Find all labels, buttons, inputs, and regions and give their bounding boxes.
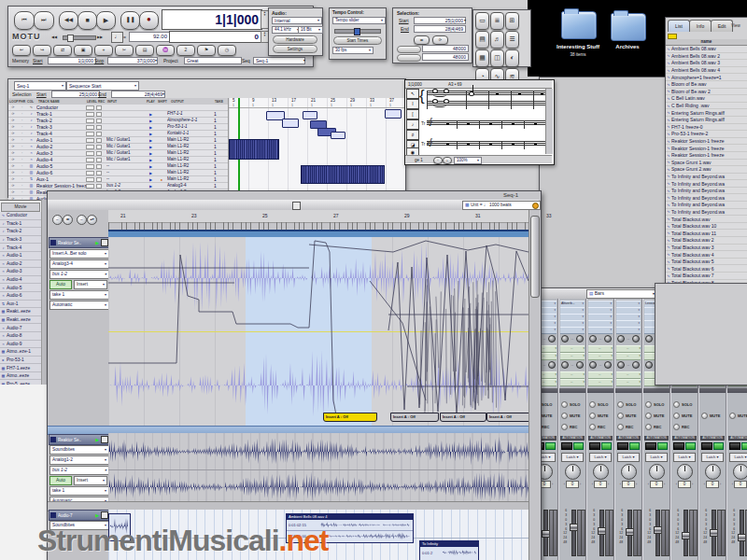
rail-track-item[interactable]: Audio-4 (0, 276, 41, 285)
pan-value[interactable]: 0 (678, 481, 691, 488)
pan-value[interactable]: 0 (622, 481, 635, 488)
play-icon[interactable] (146, 157, 156, 163)
file-row[interactable]: ∿Ambient Bells 08.wav (666, 46, 747, 53)
notation-scrollbar[interactable] (545, 89, 553, 154)
send-knob[interactable] (576, 361, 584, 369)
send-knob[interactable] (589, 361, 597, 369)
folder-icon-interesting-stuff[interactable] (561, 11, 597, 39)
pan-right-icon[interactable]: › (664, 483, 665, 486)
enable-icon[interactable] (18, 124, 26, 130)
send-knob[interactable] (604, 335, 612, 343)
seq-menu-icon[interactable]: ▾ (303, 58, 305, 63)
track-input[interactable]: Mic / Guitar1 (106, 144, 146, 149)
rail-track-item[interactable]: Audio-9 (0, 341, 41, 349)
fader-track[interactable] (655, 510, 660, 556)
track-input[interactable]: -- (106, 163, 146, 169)
play-icon[interactable] (146, 170, 156, 176)
loop-icon[interactable] (8, 124, 18, 130)
insert-mode-button[interactable]: Insert (74, 280, 107, 289)
sequence-palette-button[interactable]: ▤ (475, 31, 489, 49)
insert-chip[interactable]: Insert A : Off (440, 413, 486, 422)
selection-start-label[interactable]: Start (399, 18, 409, 23)
insert-slot[interactable]: ▾ (588, 327, 613, 334)
mute-row[interactable]: MUTE (729, 411, 747, 420)
file-row[interactable]: ∿Total Blackout.wav 3 (666, 245, 747, 252)
meters-palette-button[interactable]: ▦ (475, 49, 489, 67)
send-slot[interactable]: --▾ (588, 371, 613, 379)
editor-scrollbar[interactable] (529, 210, 540, 560)
send-slot[interactable]: --▾ (588, 353, 613, 360)
track-input[interactable]: Mic / Guitar1 (106, 157, 146, 162)
rec-row[interactable]: REC (589, 422, 613, 431)
latch-select[interactable]: Latch ▾ (673, 453, 696, 462)
mute-row[interactable]: MUTE (673, 411, 698, 420)
track-name[interactable]: Track-2 (36, 118, 86, 123)
send-knob[interactable] (645, 335, 653, 343)
solo-row[interactable]: SOLO (589, 399, 613, 409)
selection-menu-icon[interactable]: ▾ (464, 18, 466, 22)
grid-palette-button[interactable]: ⊞ (505, 12, 519, 30)
shuttle-back-icon[interactable]: ◀◀ (51, 35, 57, 39)
insert-mode-button[interactable]: Insert (74, 476, 107, 485)
send-slot[interactable]: --▾ (560, 371, 585, 379)
fader-track[interactable] (543, 510, 548, 556)
punch-button[interactable]: ▣ (74, 45, 92, 56)
take-field[interactable]: take 1 (49, 290, 109, 300)
rail-track-item[interactable]: Conductor (0, 212, 41, 220)
send-knob[interactable] (576, 335, 584, 343)
editor-track1-header[interactable]: Reaktor Se..▶ (49, 237, 110, 248)
track-row[interactable]: Aux-1 -- Main L1-R2 1 (8, 176, 228, 183)
rail-track-item[interactable]: Audio-6 (0, 292, 41, 301)
loop-icon[interactable] (8, 144, 18, 149)
automation-off-button[interactable] (645, 442, 656, 450)
mute-row[interactable]: MUTE (617, 411, 641, 420)
file-row[interactable]: ∿Bloom of Be.wav 2 (666, 89, 747, 96)
file-row[interactable]: ∿Entering Saturn Rings.aiff (666, 117, 747, 124)
pan-knob[interactable] (733, 464, 747, 480)
grid-button[interactable]: ▤ (135, 45, 154, 56)
take-cell[interactable]: 1 (210, 144, 220, 149)
enable-icon[interactable] (18, 157, 26, 162)
sample-start-button[interactable] (397, 46, 421, 53)
col-name[interactable]: TRACK NAME (38, 100, 60, 104)
note-tool[interactable]: ♪ (406, 119, 419, 130)
mute-row[interactable]: MUTE (561, 411, 585, 420)
col-take[interactable]: TAKE (215, 100, 223, 104)
audio-clips[interactable] (301, 165, 385, 184)
send-knob[interactable] (645, 361, 653, 369)
track-output[interactable]: Main L1-R2 (167, 176, 210, 182)
stop-button[interactable]: ■ (78, 11, 97, 30)
rec-cell[interactable] (96, 170, 106, 175)
take-cell[interactable]: 1 (210, 137, 220, 143)
track-row[interactable]: Track-2 Atmosphere-1-1 1 (8, 118, 228, 124)
pan-right-icon[interactable]: › (720, 483, 721, 486)
pan-right-icon[interactable]: › (580, 483, 581, 486)
pan-value[interactable]: 0 (566, 481, 579, 488)
automation-off-button[interactable] (561, 442, 572, 450)
folder-label[interactable]: Archives (598, 44, 657, 49)
mute-led[interactable] (617, 413, 624, 419)
col-play[interactable]: PLAY (147, 100, 155, 104)
pan-value[interactable]: 0 (650, 481, 663, 488)
automation-on-button[interactable] (657, 442, 669, 450)
pan-value[interactable]: 0 (706, 481, 719, 488)
latch-select[interactable]: Latch ▾ (701, 453, 724, 462)
track-name[interactable]: Audio-5 (36, 163, 86, 169)
rec-cell[interactable] (96, 137, 106, 143)
track-output[interactable]: Main L1-R2 (167, 170, 210, 175)
track-name[interactable]: Conductor (36, 105, 86, 110)
automation-on-button[interactable] (741, 442, 747, 450)
audio-clips[interactable] (229, 139, 279, 160)
track-name[interactable]: Track-1 (36, 111, 86, 117)
enable-icon[interactable] (18, 111, 26, 117)
insert-button[interactable]: + (94, 45, 113, 56)
enable-icon[interactable] (18, 176, 26, 182)
loop-button[interactable]: ⇄ (53, 45, 72, 56)
rec-row[interactable]: REC (561, 422, 585, 431)
midi-clip[interactable] (303, 111, 317, 119)
track-name[interactable]: Audio-2 (36, 144, 86, 149)
song-palette-button[interactable]: ◫ (490, 49, 504, 67)
take-cell[interactable]: 1 (210, 118, 220, 123)
loop-icon[interactable] (8, 176, 18, 182)
zoom-out-v-button[interactable]: − (77, 215, 87, 225)
